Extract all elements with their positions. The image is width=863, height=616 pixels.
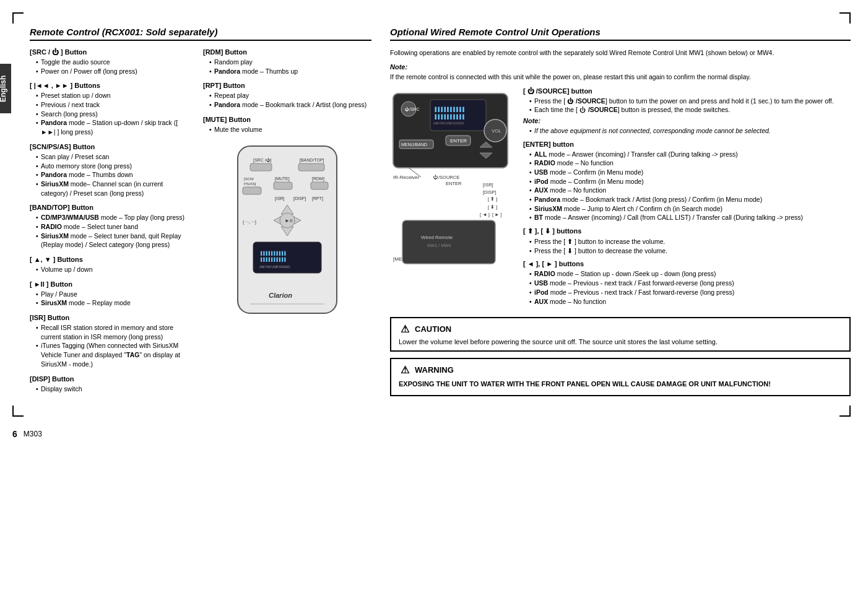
corner-mark-tr <box>839 12 851 24</box>
wired-remote-layout: ▐▐▐▐▐▐▐▐▐▐ ▐▐▐▐▐▐▐▐▐▐ AM FM USB RADIO ⏻/… <box>390 87 851 311</box>
band-item-2: RADIO mode – Select tuner band <box>36 222 191 232</box>
right-text-col: [ ⏻ /SOURCE] button Press the [ ⏻ /SOURC… <box>523 87 851 311</box>
scn-button-list: Scan play / Preset scan Auto memory stor… <box>30 152 191 197</box>
source-btn-title: [ ⏻ /SOURCE] button <box>523 87 851 95</box>
mute-button-list: Mute the volume <box>203 125 371 134</box>
svg-text:▐▐▐▐▐▐▐▐▐▐: ▐▐▐▐▐▐▐▐▐▐ <box>259 257 286 262</box>
enter-item-3: USB mode – Confirm (in Menu mode) <box>529 168 851 177</box>
lr-item-3: iPod mode – Previous - next track / Fast… <box>529 288 851 297</box>
svg-text:[SCN/: [SCN/ <box>244 177 254 181</box>
source-btn-list: Press the [ ⏻ /SOURCE] button to turn th… <box>523 97 851 115</box>
caution-text: Lower the volume level before powering t… <box>399 338 842 345</box>
language-label: English <box>0 64 11 113</box>
corner-mark-br <box>839 406 851 417</box>
lr-item-2: USB mode – Previous - next track / Fast … <box>529 279 851 288</box>
svg-text:[ ⬇ ]: [ ⬇ ] <box>488 204 497 210</box>
mute-item-1: Mute the volume <box>209 125 371 134</box>
svg-rect-2 <box>250 163 272 171</box>
svg-rect-53 <box>402 220 495 264</box>
rpt-button-list: Repeat play Pandora mode – Bookmark trac… <box>203 91 371 109</box>
src-button-list: Toggle the audio source Power on / Power… <box>30 58 191 76</box>
mute-button-section: [MUTE] Button Mute the volume <box>203 116 371 134</box>
svg-text:►II: ►II <box>285 218 292 223</box>
svg-text:AM FM USB RADIO: AM FM USB RADIO <box>433 121 464 125</box>
svg-rect-4 <box>298 163 324 171</box>
play-button-title: [ ►II ] Button <box>30 280 191 288</box>
isr-button-list: Recall ISR station stored in memory and … <box>30 323 191 368</box>
source-item-1: Press the [ ⏻ /SOURCE] button to turn th… <box>529 97 851 106</box>
svg-text:[ ⬆ ]: [ ⬆ ] <box>488 196 497 202</box>
skip-button-list: Preset station up / down Previous / next… <box>30 91 191 136</box>
isr-button-title: [ISR] Button <box>30 314 191 321</box>
caution-label: CAUTION <box>415 324 451 334</box>
warning-box: ⚠ WARNING EXPOSING THE UNIT TO WATER WIT… <box>390 358 851 396</box>
play-item-2: SirusXM mode – Replay mode <box>36 298 191 308</box>
svg-text:{ ···, ···}: { ···, ···} <box>243 220 257 225</box>
disp-item-1: Display switch <box>36 384 191 394</box>
vol-updown-list: Press the [ ⬆ ] button to increase the v… <box>523 237 851 255</box>
skip-item-4: Pandora mode – Station up-down / skip tr… <box>36 118 191 136</box>
caution-triangle-icon: ⚠ <box>399 323 411 334</box>
src-button-section: [SRC / ⏻ ] Button Toggle the audio sourc… <box>30 48 191 76</box>
source-note-list: If the above equipment is not connected,… <box>523 126 851 136</box>
enter-btn-list: ALL mode – Answer (incoming) / Transfer … <box>523 150 851 223</box>
isr-item-2: iTunes Tagging (When connected with Siri… <box>36 341 191 368</box>
rdm-item-2: Pandora mode – Thumbs up <box>209 67 371 76</box>
left-section-title: Remote Control (RCX001: Sold separately) <box>30 27 371 41</box>
wired-remote-image-col: ▐▐▐▐▐▐▐▐▐▐ ▐▐▐▐▐▐▐▐▐▐ AM FM USB RADIO ⏻/… <box>390 87 514 311</box>
vol-updown-section: [ ⬆ ], [ ⬇ ] buttons Press the [ ⬆ ] but… <box>523 227 851 255</box>
svg-rect-11 <box>311 182 328 189</box>
main-content: English Remote Control (RCX001: Sold sep… <box>12 27 851 399</box>
rpt-button-title: [RPT] Button <box>203 82 371 89</box>
source-note-1: If the above equipment is not connected,… <box>529 126 851 136</box>
svg-text:[ISR]: [ISR] <box>483 182 493 188</box>
vol-button-section: [ ▲, ▼ ] Buttons Volume up / down <box>30 256 191 274</box>
remote-image-area: [SRC /⏻] [BAND/TOP] [SCN/ PS/AS] [MUTE] <box>203 140 371 326</box>
left-inner-col: [SRC / ⏻ ] Button Toggle the audio sourc… <box>30 48 191 399</box>
page-container: English Remote Control (RCX001: Sold sep… <box>12 12 851 439</box>
source-item-2: Each time the [ ⏻ /SOURCE] button is pre… <box>529 105 851 115</box>
right-panel: Optional Wired Remote Control Unit Opera… <box>390 27 851 399</box>
svg-text:[DISP]: [DISP] <box>293 196 306 201</box>
leftright-btn-list: RADIO mode – Station up - down /Seek up … <box>523 269 851 306</box>
source-note-label: Note: <box>523 117 851 124</box>
isr-button-section: [ISR] Button Recall ISR station stored i… <box>30 314 191 368</box>
enter-item-5: AUX mode – No function <box>529 186 851 195</box>
svg-text:ENTER: ENTER <box>450 138 467 144</box>
svg-text:Wired Remote: Wired Remote <box>421 235 453 240</box>
skip-item-2: Previous / next track <box>36 100 191 110</box>
intro-text: Following operations are enabled by remo… <box>390 48 851 58</box>
vol-updown-title: [ ⬆ ], [ ⬇ ] buttons <box>523 227 851 235</box>
left-panel: English Remote Control (RCX001: Sold sep… <box>12 27 371 399</box>
svg-text:[BAND/TOP]: [BAND/TOP] <box>300 158 324 163</box>
vol-item-1: Volume up / down <box>36 265 191 274</box>
left-two-col: [SRC / ⏻ ] Button Toggle the audio sourc… <box>30 48 371 399</box>
enter-item-1: ALL mode – Answer (incoming) / Transfer … <box>529 150 851 159</box>
right-section-title: Optional Wired Remote Control Unit Opera… <box>390 27 851 41</box>
page-bottom: 6 M303 <box>12 429 851 439</box>
svg-text:▐▐▐▐▐▐▐▐▐▐: ▐▐▐▐▐▐▐▐▐▐ <box>259 251 286 256</box>
enter-btn-title: [ENTER] button <box>523 141 851 148</box>
enter-btn-section: [ENTER] button ALL mode – Answer (incomi… <box>523 141 851 223</box>
svg-text:[MUTE]: [MUTE] <box>275 176 290 181</box>
svg-text:[ISR]: [ISR] <box>275 196 285 201</box>
svg-text:[DISP]: [DISP] <box>483 189 497 195</box>
rdm-button-list: Random play Pandora mode – Thumbs up <box>203 58 371 76</box>
enter-item-6: Pandora mode – Bookmark track / Artist (… <box>529 195 851 204</box>
svg-text:MENU/BAND: MENU/BAND <box>401 142 427 147</box>
band-button-section: [BAND/TOP] Button CD/MP3/WMA/USB mode – … <box>30 204 191 249</box>
svg-text:IR-Receiver: IR-Receiver <box>393 175 420 180</box>
wired-remote-svg: ▐▐▐▐▐▐▐▐▐▐ ▐▐▐▐▐▐▐▐▐▐ AM FM USB RADIO ⏻/… <box>390 87 511 273</box>
src-item-2: Power on / Power off (long press) <box>36 67 191 76</box>
enter-item-4: iPod mode – Confirm (in Menu mode) <box>529 177 851 186</box>
remote-control-svg: [SRC /⏻] [BAND/TOP] [SCN/ PS/AS] [MUTE] <box>219 140 355 326</box>
svg-text:[SRC /⏻]: [SRC /⏻] <box>253 158 272 163</box>
page-number: 6 <box>12 429 17 439</box>
play-item-1: Play / Pause <box>36 290 191 299</box>
vol-button-title: [ ▲, ▼ ] Buttons <box>30 256 191 263</box>
leftright-btn-title: [ ◄ ], [ ► ] buttons <box>523 260 851 267</box>
svg-text:[RDM]: [RDM] <box>312 176 324 181</box>
mute-button-title: [MUTE] Button <box>203 116 371 123</box>
right-inner-col: [RDM] Button Random play Pandora mode – … <box>203 48 371 399</box>
rdm-button-title: [RDM] Button <box>203 48 371 56</box>
